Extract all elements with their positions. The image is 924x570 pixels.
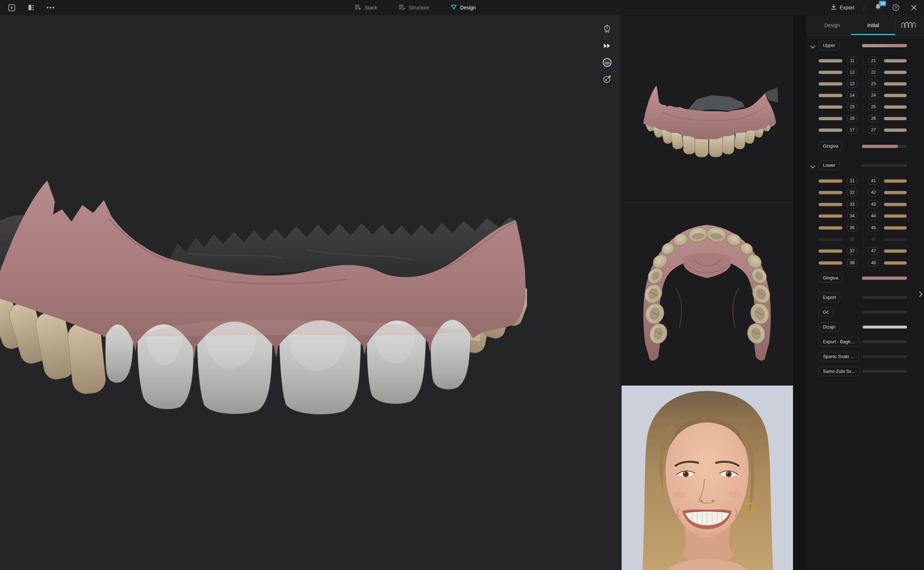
more-options-icon[interactable] <box>46 3 55 12</box>
tooth-badge-47[interactable]: 47 <box>868 247 878 255</box>
tooth-badge-24[interactable]: 24 <box>868 91 878 99</box>
tooth-slider-48[interactable] <box>884 261 907 265</box>
preset-button-dizajn[interactable]: Dizajn <box>818 322 840 332</box>
preview-upper-front[interactable] <box>621 16 793 200</box>
tooth-badge-22[interactable]: 22 <box>868 68 878 76</box>
play-window-icon[interactable] <box>7 3 16 12</box>
preset-button-spanic-svaki[interactable]: Spanic Svaki … <box>818 352 859 362</box>
panel-expand-chevron[interactable] <box>918 290 924 298</box>
tooth-slider-15[interactable] <box>818 106 843 109</box>
tooth-slider-25[interactable] <box>884 106 907 109</box>
tooth-badge-31[interactable]: 31 <box>847 177 857 185</box>
tooth-slider-36[interactable] <box>818 238 843 241</box>
preset-slider-samo-zubi-sv[interactable] <box>863 370 907 373</box>
tooth-slider-38[interactable] <box>818 261 843 265</box>
preset-button-samo-zubi-sv[interactable]: Samo Zubi Sv… <box>818 367 860 376</box>
tab-structure[interactable]: Structure <box>399 4 429 11</box>
tooth-slider-26[interactable] <box>884 117 907 120</box>
preset-slider-g[interactable] <box>863 311 907 314</box>
tooth-slider-11[interactable] <box>818 59 843 63</box>
tooth-slider-46[interactable] <box>884 238 907 241</box>
tooth-badge-45[interactable]: 45 <box>868 224 878 232</box>
preset-slider-export[interactable] <box>863 296 907 299</box>
panel-tab-initial[interactable]: Initial <box>851 15 895 35</box>
tooth-badge-11[interactable]: 11 <box>847 57 857 64</box>
tooth-badge-25[interactable]: 25 <box>868 103 878 111</box>
group-button-upper[interactable]: Upper <box>818 41 840 50</box>
tooth-badge-35[interactable]: 35 <box>847 224 857 232</box>
preset-slider-spanic-svaki[interactable] <box>863 355 907 358</box>
tooth-slider-27[interactable] <box>884 129 907 132</box>
tooth-slider-45[interactable] <box>884 226 907 230</box>
group-collapse-chevron-upper[interactable] <box>810 44 815 47</box>
tooth-badge-26[interactable]: 26 <box>868 115 878 123</box>
tooth-slider-37[interactable] <box>818 250 843 253</box>
tooth-slider-32[interactable] <box>818 191 843 194</box>
tooth-badge-41[interactable]: 41 <box>868 177 878 185</box>
gingiva-button-lower[interactable]: Gingiva <box>818 273 843 283</box>
tooth-badge-44[interactable]: 44 <box>868 212 878 220</box>
group-slider-lower[interactable] <box>862 164 907 167</box>
close-button[interactable] <box>910 3 918 12</box>
tooth-badge-38[interactable]: 38 <box>847 259 857 267</box>
main-3d-viewport[interactable] <box>0 15 621 570</box>
tooth-badge-33[interactable]: 33 <box>847 200 857 208</box>
group-slider-upper[interactable] <box>862 44 907 47</box>
preview-occlusal[interactable] <box>621 201 793 385</box>
tooth-badge-37[interactable]: 37 <box>847 247 857 255</box>
tooth-badge-42[interactable]: 42 <box>868 188 878 196</box>
tooth-slider-47[interactable] <box>884 250 907 253</box>
tooth-badge-34[interactable]: 34 <box>847 212 857 220</box>
tab-stack[interactable]: Stack <box>355 4 377 11</box>
preset-button-export-bagh[interactable]: Export - Bagh… <box>818 337 860 346</box>
tooth-badge-13[interactable]: 13 <box>847 80 857 88</box>
tooth-badge-27[interactable]: 27 <box>868 126 878 134</box>
tooth-slider-42[interactable] <box>884 191 907 194</box>
tooth-badge-16[interactable]: 16 <box>847 115 857 123</box>
gingiva-slider-upper[interactable] <box>862 145 907 148</box>
tooth-slider-34[interactable] <box>818 215 843 218</box>
group-button-lower[interactable]: Lower <box>818 161 840 170</box>
tooth-badge-48[interactable]: 48 <box>868 259 878 267</box>
export-button[interactable]: Export <box>831 4 854 11</box>
tooth-slider-13[interactable] <box>818 82 843 86</box>
group-collapse-chevron-lower[interactable] <box>810 164 815 167</box>
help-button[interactable]: ? <box>892 3 900 12</box>
tooth-badge-12[interactable]: 12 <box>847 68 857 76</box>
preset-button-export[interactable]: Export <box>818 293 840 302</box>
preset-button-g[interactable]: Gč <box>818 308 833 317</box>
tooth-slider-41[interactable] <box>884 179 907 183</box>
tooth-badge-21[interactable]: 21 <box>868 57 878 64</box>
tooth-inspect-icon[interactable] <box>603 25 612 34</box>
orbit-pointer-icon[interactable] <box>603 74 612 84</box>
tooth-slider-35[interactable] <box>818 226 843 230</box>
tooth-slider-24[interactable] <box>884 94 907 97</box>
patient-photo[interactable] <box>621 386 793 570</box>
tab-design[interactable]: Design <box>451 4 476 11</box>
panel-tab-design[interactable]: Design <box>813 15 851 35</box>
tooth-badge-23[interactable]: 23 <box>868 80 878 88</box>
fast-forward-icon[interactable] <box>603 41 612 51</box>
tooth-slider-23[interactable] <box>884 82 907 86</box>
tooth-slider-31[interactable] <box>818 179 843 183</box>
teeth-arch-icon[interactable] <box>901 20 916 30</box>
tooth-badge-17[interactable]: 17 <box>847 126 857 134</box>
gingiva-slider-lower[interactable] <box>862 276 907 280</box>
notifications-button[interactable]: 14 <box>874 3 882 12</box>
storyboard-icon[interactable] <box>27 3 35 12</box>
tooth-slider-22[interactable] <box>884 71 907 74</box>
tooth-slider-33[interactable] <box>818 203 843 206</box>
color-mode-icon[interactable] <box>603 58 612 67</box>
tooth-badge-14[interactable]: 14 <box>847 91 857 99</box>
gingiva-button-upper[interactable]: Gingiva <box>818 141 843 151</box>
tooth-slider-21[interactable] <box>884 59 907 63</box>
tooth-badge-43[interactable]: 43 <box>868 200 878 208</box>
tooth-slider-17[interactable] <box>818 129 843 132</box>
tooth-slider-44[interactable] <box>884 215 907 218</box>
tooth-slider-14[interactable] <box>818 94 843 97</box>
tooth-slider-12[interactable] <box>818 71 843 74</box>
tooth-badge-32[interactable]: 32 <box>847 188 857 196</box>
tooth-badge-15[interactable]: 15 <box>847 103 857 111</box>
tooth-slider-43[interactable] <box>884 203 907 206</box>
tooth-slider-16[interactable] <box>818 117 843 120</box>
